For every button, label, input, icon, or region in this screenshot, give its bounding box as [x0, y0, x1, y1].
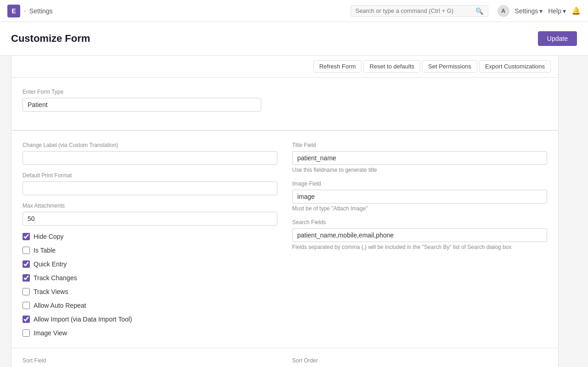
title-field-help: Use this fieldname to generate title [292, 167, 547, 173]
checkbox-label-allow_auto_repeat: Allow Auto Repeat [34, 302, 86, 309]
checkbox-label-track_views: Track Views [34, 288, 68, 295]
breadcrumb-separator: › [24, 8, 26, 14]
global-search[interactable]: 🔍 [351, 5, 488, 17]
title-field-group: Title Field Use this fieldname to genera… [292, 142, 547, 173]
avatar: A [498, 5, 509, 17]
checkbox-allow_import[interactable] [23, 316, 30, 323]
right-column: Title Field Use this fieldname to genera… [292, 142, 547, 337]
max-attachments-label: Max Attachments [23, 203, 277, 209]
refresh-form-button[interactable]: Refresh Form [313, 60, 362, 73]
checkbox-label-allow_import: Allow Import (via Data Import Tool) [34, 316, 132, 323]
checkbox-label-track_changes: Track Changes [34, 274, 77, 282]
checkbox-item-is_table: Is Table [23, 247, 277, 254]
checkbox-item-track_changes: Track Changes [23, 274, 277, 282]
checkbox-item-track_views: Track Views [23, 288, 277, 295]
title-field-input[interactable] [292, 151, 547, 165]
search-icon: 🔍 [475, 7, 483, 15]
breadcrumb-label[interactable]: Settings [29, 7, 53, 15]
sort-order-group: Sort Order [292, 357, 547, 367]
change-label-label: Change Label (via Custom Translation) [23, 142, 277, 148]
navbar: E › Settings 🔍 A Settings ▾ Help ▾ 🔔 [0, 0, 588, 22]
sort-order-label: Sort Order [292, 357, 547, 364]
checkbox-is_table[interactable] [23, 247, 30, 254]
help-menu[interactable]: Help ▾ [548, 7, 566, 15]
search-fields-label: Search Fields [292, 219, 547, 226]
default-print-format-group: Default Print Format [23, 172, 277, 195]
update-button[interactable]: Update [538, 31, 577, 46]
form-settings-section: Change Label (via Custom Translation) De… [11, 130, 559, 348]
checkbox-track_views[interactable] [23, 288, 30, 295]
bottom-section: Sort Field Sort Order [11, 348, 559, 367]
checkbox-image_view[interactable] [23, 329, 30, 337]
checkboxes-group: Hide CopyIs TableQuick EntryTrack Change… [23, 233, 277, 337]
reset-defaults-button[interactable]: Reset to defaults [363, 60, 420, 73]
checkbox-quick_entry[interactable] [23, 260, 30, 268]
checkbox-track_changes[interactable] [23, 274, 30, 282]
image-field-label: Image Field [292, 181, 547, 187]
form-type-input[interactable] [23, 98, 261, 112]
checkbox-item-allow_import: Allow Import (via Data Import Tool) [23, 316, 277, 323]
app-logo[interactable]: E [7, 5, 20, 17]
checkbox-allow_auto_repeat[interactable] [23, 302, 30, 309]
settings-menu[interactable]: Settings ▾ [515, 7, 543, 15]
default-print-format-label: Default Print Format [23, 172, 277, 179]
checkbox-item-hide_copy: Hide Copy [23, 233, 277, 240]
image-field-group: Image Field Must be of type "Attach Imag… [292, 181, 547, 212]
form-type-label: Enter Form Type [23, 89, 547, 95]
page-title: Customize Form [11, 33, 90, 45]
checkbox-label-image_view: Image View [34, 329, 67, 337]
checkbox-item-image_view: Image View [23, 329, 277, 337]
settings-two-col: Change Label (via Custom Translation) De… [23, 142, 547, 337]
main-content: Refresh Form Reset to defaults Set Permi… [0, 56, 570, 367]
change-label-group: Change Label (via Custom Translation) [23, 142, 277, 165]
checkbox-label-hide_copy: Hide Copy [34, 233, 63, 240]
title-field-label: Title Field [292, 142, 547, 148]
checkbox-label-quick_entry: Quick Entry [34, 260, 67, 268]
navbar-right: A Settings ▾ Help ▾ 🔔 [498, 5, 581, 17]
set-permissions-button[interactable]: Set Permissions [422, 60, 477, 73]
image-field-help: Must be of type "Attach Image" [292, 205, 547, 212]
search-fields-group: Search Fields Fields separated by comma … [292, 219, 547, 250]
change-label-input[interactable] [23, 151, 277, 165]
export-customizations-button[interactable]: Export Customizations [479, 60, 551, 73]
sort-field-label: Sort Field [23, 357, 277, 364]
max-attachments-input[interactable] [23, 212, 277, 226]
image-field-input[interactable] [292, 190, 547, 203]
sort-field-group: Sort Field [23, 357, 277, 367]
checkbox-label-is_table: Is Table [34, 247, 56, 254]
notifications-bell[interactable]: 🔔 [571, 6, 581, 15]
checkbox-hide_copy[interactable] [23, 233, 30, 240]
search-fields-input[interactable] [292, 228, 547, 242]
checkbox-item-allow_auto_repeat: Allow Auto Repeat [23, 302, 277, 309]
left-column: Change Label (via Custom Translation) De… [23, 142, 277, 337]
default-print-format-input[interactable] [23, 181, 277, 195]
max-attachments-group: Max Attachments [23, 203, 277, 226]
search-input[interactable] [356, 7, 473, 14]
search-fields-help: Fields separated by comma (,) will be in… [292, 244, 547, 250]
form-type-section: Enter Form Type [11, 78, 559, 130]
page-header: Customize Form Update [0, 22, 588, 56]
checkbox-item-quick_entry: Quick Entry [23, 260, 277, 268]
action-bar: Refresh Form Reset to defaults Set Permi… [11, 56, 559, 78]
bottom-grid: Sort Field Sort Order [23, 357, 547, 367]
form-type-group: Enter Form Type [23, 89, 547, 112]
